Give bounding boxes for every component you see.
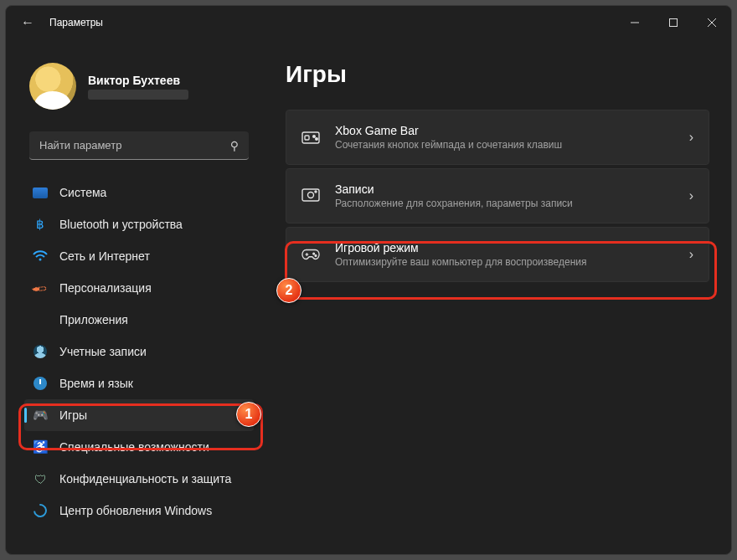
minimize-button[interactable] (616, 9, 654, 36)
settings-window: ← Параметры Виктор Бухтеев (5, 5, 732, 555)
sidebar: Виктор Бухтеев ⚲ Система ฿ Bluetooth и у… (6, 39, 262, 554)
card-subtitle: Расположение для сохранения, параметры з… (335, 198, 674, 209)
svg-point-14 (313, 253, 315, 254)
sidebar-item-gaming[interactable]: 🎮 Игры (24, 399, 254, 431)
sidebar-item-label: Bluetooth и устройства (59, 218, 183, 231)
profile-block[interactable]: Виктор Бухтеев (29, 63, 254, 110)
sidebar-item-accounts[interactable]: Учетные записи (24, 336, 254, 367)
user-icon (33, 344, 48, 359)
shield-icon: 🛡 (33, 471, 48, 486)
card-captures[interactable]: Записи Расположение для сохранения, пара… (286, 168, 709, 223)
card-subtitle: Оптимизируйте ваш компьютер для воспроиз… (335, 256, 674, 268)
window-controls (616, 9, 731, 36)
bluetooth-icon: ฿ (33, 217, 48, 232)
search-icon: ⚲ (230, 139, 239, 152)
chevron-right-icon: › (689, 130, 693, 145)
settings-list: Xbox Game Bar Сочетания кнопок геймпада … (286, 110, 709, 282)
main-content: Игры Xbox Game Bar Сочетания кнопок гейм… (262, 39, 731, 554)
search-input[interactable] (39, 139, 207, 152)
back-button[interactable]: ← (21, 15, 34, 30)
svg-point-11 (315, 191, 317, 193)
card-title: Записи (335, 182, 674, 196)
user-name: Виктор Бухтеев (88, 74, 188, 87)
sidebar-item-label: Конфиденциальность и защита (59, 472, 231, 486)
user-email-redacted (88, 90, 188, 100)
sidebar-nav: Система ฿ Bluetooth и устройства Сеть и … (24, 177, 254, 527)
sidebar-item-bluetooth[interactable]: ฿ Bluetooth и устройства (24, 208, 254, 240)
gamepad-icon: 🎮 (33, 408, 48, 423)
wifi-icon (33, 249, 48, 264)
close-button[interactable] (693, 9, 731, 36)
gamemode-icon (302, 248, 320, 261)
update-icon (33, 503, 48, 518)
search-box[interactable]: ⚲ (29, 131, 249, 160)
svg-rect-1 (670, 19, 678, 27)
maximize-button[interactable] (654, 9, 693, 36)
avatar (29, 63, 76, 110)
page-title: Игры (286, 61, 709, 88)
sidebar-item-label: Персонализация (59, 281, 152, 295)
sidebar-item-label: Сеть и Интернет (59, 249, 150, 263)
window-title: Параметры (49, 17, 103, 28)
svg-point-4 (39, 259, 42, 261)
sidebar-item-label: Специальные возможности (59, 440, 209, 454)
chevron-right-icon: › (689, 247, 693, 262)
sidebar-item-label: Центр обновления Windows (59, 504, 212, 517)
sidebar-item-label: Приложения (59, 313, 128, 326)
sidebar-item-label: Время и язык (59, 377, 133, 390)
titlebar: ← Параметры (6, 6, 731, 39)
sidebar-item-apps[interactable]: Приложения (24, 304, 254, 336)
sidebar-item-label: Система (59, 186, 106, 199)
accessibility-icon: ♿ (33, 439, 48, 455)
clock-icon (33, 376, 48, 391)
svg-point-8 (316, 138, 318, 141)
sidebar-item-time[interactable]: Время и язык (24, 367, 254, 399)
card-game-mode[interactable]: Игровой режим Оптимизируйте ваш компьюте… (286, 227, 709, 282)
svg-point-15 (315, 254, 317, 256)
sidebar-item-label: Учетные записи (59, 345, 147, 358)
chevron-right-icon: › (689, 188, 693, 203)
svg-point-7 (313, 136, 316, 138)
monitor-icon (33, 185, 48, 200)
card-xbox-game-bar[interactable]: Xbox Game Bar Сочетания кнопок геймпада … (286, 110, 709, 165)
svg-point-10 (308, 193, 314, 198)
sidebar-item-network[interactable]: Сеть и Интернет (24, 240, 254, 272)
sidebar-item-update[interactable]: Центр обновления Windows (24, 495, 254, 527)
card-title: Игровой режим (335, 241, 674, 254)
sidebar-item-privacy[interactable]: 🛡 Конфиденциальность и защита (24, 463, 254, 495)
card-title: Xbox Game Bar (335, 124, 674, 137)
sidebar-item-label: Игры (59, 408, 87, 422)
brush-icon: 🖌 (29, 277, 50, 298)
sidebar-item-accessibility[interactable]: ♿ Специальные возможности (24, 431, 254, 463)
sidebar-item-system[interactable]: Система (24, 177, 254, 208)
xbox-icon (302, 130, 320, 145)
captures-icon (302, 188, 320, 203)
apps-icon (33, 312, 48, 327)
card-subtitle: Сочетания кнопок геймпада и сочетания кл… (335, 139, 674, 151)
svg-rect-6 (305, 136, 309, 140)
sidebar-item-personalization[interactable]: 🖌 Персонализация (24, 272, 254, 304)
